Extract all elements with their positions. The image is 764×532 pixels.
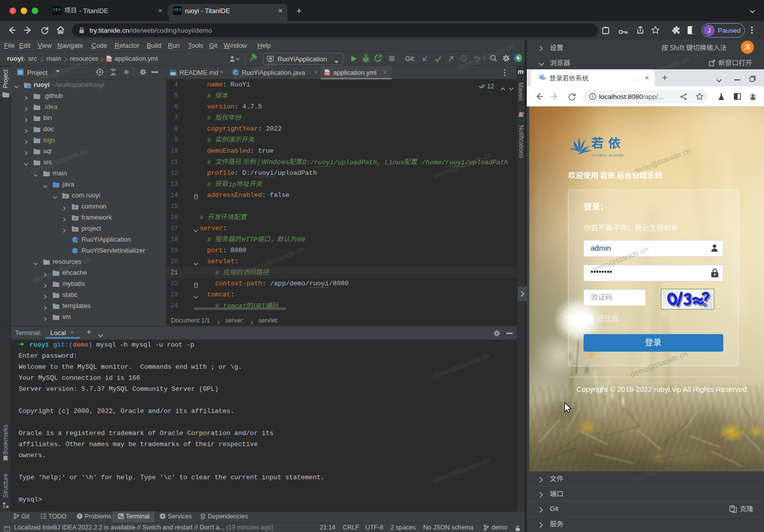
svg-text:MD: MD <box>170 72 175 75</box>
svg-text:C: C <box>73 248 76 253</box>
svg-text:YML: YML <box>325 73 330 75</box>
svg-text:YML: YML <box>107 59 112 62</box>
